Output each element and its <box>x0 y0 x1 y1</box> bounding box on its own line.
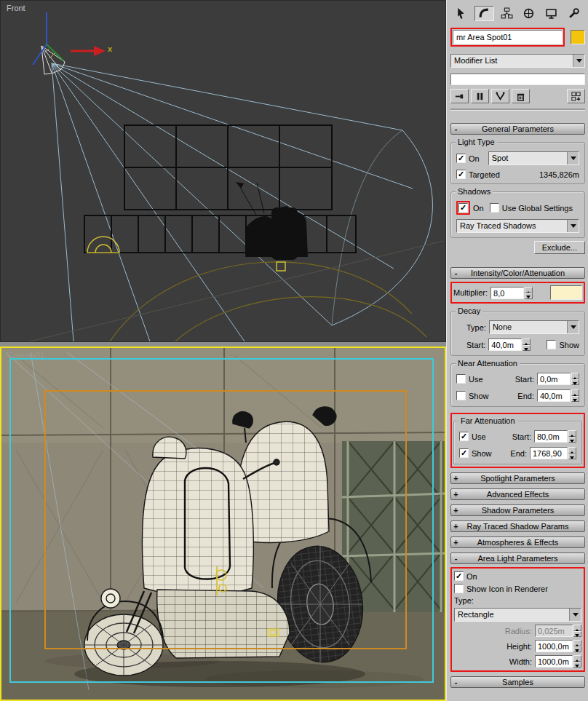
utilities-icon <box>568 7 580 20</box>
spinner-arrows[interactable] <box>525 287 533 299</box>
modifier-stack-list[interactable] <box>450 74 585 85</box>
configure-modifier-sets-button[interactable] <box>567 89 585 103</box>
shadows-on-checkbox[interactable] <box>458 203 468 213</box>
area-height-spinner[interactable]: 1000,0m <box>535 640 581 652</box>
area-width-value[interactable]: 1000,0m <box>535 655 573 668</box>
rollout-expand-icon: + <box>451 538 461 547</box>
rollout-expand-icon: + <box>451 474 461 483</box>
multiplier-value[interactable]: 8,0 <box>490 287 524 299</box>
chevron-down-icon[interactable] <box>573 55 584 67</box>
spinner-up-icon[interactable] <box>573 655 581 662</box>
rollout-area-light-parameters[interactable]: - Area Light Parameters <box>450 553 585 564</box>
remove-modifier-button[interactable] <box>512 89 530 103</box>
modifier-list-dropdown[interactable]: Modifier List <box>450 54 585 68</box>
object-color-swatch[interactable] <box>571 30 585 44</box>
spinner-up-icon[interactable] <box>571 389 579 396</box>
far-attenuation-group: Far Attenuation Use Start: 80,0m Show En… <box>453 421 582 464</box>
rollout-advanced-effects[interactable]: + Advanced Effects <box>450 488 585 500</box>
multiplier-spinner[interactable]: 8,0 <box>490 287 533 299</box>
area-height-value[interactable]: 1000,0m <box>535 640 573 652</box>
spinner-down-icon[interactable] <box>573 646 581 653</box>
chevron-down-icon[interactable] <box>567 220 579 232</box>
rollout-atmospheres-effects[interactable]: + Atmospheres & Effects <box>450 536 585 548</box>
decay-start-spinner[interactable]: 40,0m <box>488 338 531 351</box>
motion-tab[interactable] <box>519 6 539 21</box>
rollout-shadow-parameters[interactable]: + Shadow Parameters <box>450 504 585 516</box>
rollout-spotlight-parameters[interactable]: + Spotlight Parameters <box>450 472 585 484</box>
chevron-down-icon[interactable] <box>567 321 579 333</box>
spinner-down-icon[interactable] <box>568 437 576 443</box>
spinner-down-icon[interactable] <box>568 454 576 460</box>
near-end-value[interactable]: 40,0m <box>537 389 571 402</box>
rollout-title: Shadow Parameters <box>461 506 575 515</box>
spinner-up-icon <box>573 625 581 631</box>
rollout-general-parameters[interactable]: - General Parameters <box>450 123 585 135</box>
object-name-input[interactable]: mr Area Spot01 <box>453 30 563 44</box>
area-on-label: On <box>466 572 477 581</box>
chevron-down-icon[interactable] <box>567 152 579 165</box>
hierarchy-icon <box>501 7 513 20</box>
display-tab[interactable] <box>541 6 561 21</box>
spinner-up-icon[interactable] <box>568 430 576 437</box>
rollout-samples[interactable]: - Samples <box>450 676 585 688</box>
near-start-value[interactable]: 0,0m <box>537 373 571 385</box>
viewport-front[interactable]: Front x <box>0 0 446 342</box>
spinner-up-icon[interactable] <box>571 373 579 379</box>
shadow-type-dropdown[interactable]: Ray Traced Shadows <box>456 219 579 233</box>
spinner-down-icon[interactable] <box>573 662 581 668</box>
utilities-tab[interactable] <box>564 6 584 21</box>
decay-type-dropdown[interactable]: None <box>489 320 579 334</box>
use-global-settings-checkbox[interactable] <box>490 203 499 213</box>
far-use-checkbox[interactable] <box>459 432 469 441</box>
show-end-result-button[interactable] <box>471 89 489 103</box>
area-type-dropdown[interactable]: Rectangle <box>454 608 581 622</box>
light-on-checkbox[interactable] <box>456 154 466 163</box>
spinner-up-icon[interactable] <box>573 640 581 646</box>
far-end-label: End: <box>510 449 527 458</box>
annotation-highlight-name: mr Area Spot01 <box>450 28 565 47</box>
spinner-down-icon[interactable] <box>525 293 533 299</box>
motion-icon <box>523 7 535 20</box>
create-tab[interactable] <box>452 6 472 21</box>
hierarchy-tab[interactable] <box>497 6 517 21</box>
area-width-spinner[interactable]: 1000,0m <box>535 655 581 668</box>
decay-show-checkbox[interactable] <box>547 340 556 349</box>
spinner-down-icon[interactable] <box>571 379 579 386</box>
viewport-camera[interactable]: Camera01 <box>0 346 446 701</box>
chevron-down-icon[interactable] <box>569 609 581 621</box>
rollout-title: General Parameters <box>461 124 575 133</box>
far-show-checkbox[interactable] <box>459 448 469 458</box>
far-end-value[interactable]: 1768,90 <box>530 447 568 459</box>
spinner-up-icon[interactable] <box>525 287 533 293</box>
rollout-expand-icon: + <box>451 506 461 515</box>
rollout-ray-traced-shadow-params[interactable]: + Ray Traced Shadow Params <box>450 520 585 532</box>
light-color-swatch[interactable] <box>550 285 582 300</box>
far-end-spinner[interactable]: 1768,90 <box>530 447 576 459</box>
show-icon-in-renderer-checkbox[interactable] <box>454 584 464 593</box>
decay-start-value[interactable]: 40,0m <box>488 338 522 351</box>
near-show-checkbox[interactable] <box>456 391 466 400</box>
spinner-up-icon[interactable] <box>523 338 531 345</box>
spinner-down-icon[interactable] <box>571 396 579 403</box>
near-end-spinner[interactable]: 40,0m <box>537 389 579 402</box>
rollout-title: Atmospheres & Effects <box>461 538 575 547</box>
area-on-checkbox[interactable] <box>454 571 464 581</box>
exclude-button[interactable]: Exclude... <box>534 241 585 254</box>
far-start-spinner[interactable]: 80,0m <box>534 430 576 443</box>
spinner-up-icon[interactable] <box>568 447 576 454</box>
area-type-label: Type: <box>454 596 474 605</box>
near-start-spinner[interactable]: 0,0m <box>537 373 579 385</box>
front-viewport-canvas <box>1 1 445 341</box>
near-use-checkbox[interactable] <box>456 374 466 384</box>
configure-modifier-sets-icon <box>571 91 581 102</box>
make-unique-button[interactable] <box>491 89 509 103</box>
spinner-down-icon[interactable] <box>523 345 531 352</box>
area-radius-spinner: 0,025m <box>535 625 581 637</box>
rollout-intensity-color-attenuation[interactable]: - Intensity/Color/Attenuation <box>450 267 585 279</box>
modify-tab[interactable] <box>474 6 494 21</box>
targeted-checkbox[interactable] <box>456 170 466 179</box>
light-type-dropdown[interactable]: Spot <box>488 151 579 165</box>
pin-stack-button[interactable] <box>450 89 469 103</box>
far-start-value[interactable]: 80,0m <box>534 430 568 443</box>
rollout-expand-icon: + <box>451 522 461 531</box>
